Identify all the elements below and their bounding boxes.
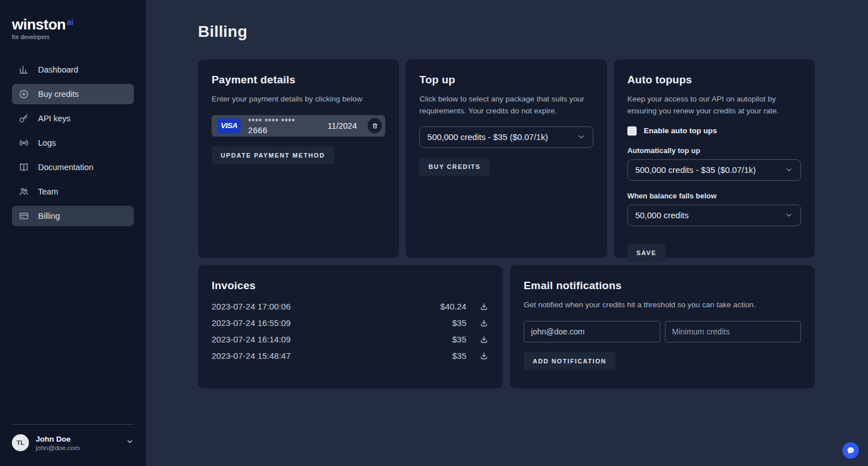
minimum-credits-input[interactable] [665, 321, 802, 342]
brand-tagline: for developers [12, 33, 146, 40]
sidebar-item-buy-credits[interactable]: Buy credits [12, 84, 134, 104]
balance-threshold-value: 50,000 credits [635, 210, 785, 220]
auto-topup-amount-value: 500,000 credits - $35 ($0.07/1k) [635, 165, 785, 175]
email-notifications-title: Email notifications [524, 279, 801, 292]
top-up-card: Top up Click below to select any package… [406, 60, 606, 258]
invoice-row: 2023-07-24 15:48:47 $35 [212, 350, 489, 361]
invoice-row: 2023-07-24 17:00:06 $40.24 [212, 301, 489, 312]
sidebar-item-team[interactable]: Team [12, 181, 134, 202]
package-select-value: 500,000 credits - $35 ($0.07/1k) [427, 132, 576, 142]
email-notifications-description: Get notified when your credits hit a thr… [524, 299, 801, 311]
sidebar-item-label: Dashboard [38, 65, 78, 74]
sidebar-item-label: Buy credits [38, 90, 79, 99]
sidebar-item-label: API keys [38, 114, 70, 123]
invoice-date: 2023-07-24 15:48:47 [212, 351, 432, 361]
user-email: john@doe.com [36, 444, 119, 451]
download-invoice-button[interactable] [479, 334, 489, 345]
download-icon [479, 319, 488, 328]
notification-email-input[interactable] [524, 321, 660, 342]
sidebar: winston ai for developers Dashboard Buy … [0, 0, 146, 466]
page-title: Billing [198, 23, 815, 41]
user-profile-menu[interactable]: TL John Doe john@doe.com [0, 425, 146, 466]
broadcast-icon [18, 137, 30, 149]
sidebar-item-api-keys[interactable]: API keys [12, 108, 134, 129]
sidebar-item-billing[interactable]: Billing [12, 206, 134, 226]
save-button[interactable]: SAVE [627, 244, 666, 262]
top-up-description: Click below to select any package that s… [419, 94, 593, 117]
book-icon [18, 162, 30, 173]
auto-topups-description: Keep your access to our API on autopilot… [627, 94, 801, 117]
credit-card-icon [18, 210, 30, 222]
sidebar-item-label: Billing [38, 211, 60, 221]
payment-details-description: Enter your payment details by clicking b… [212, 94, 385, 105]
payment-details-card: Payment details Enter your payment detai… [198, 60, 399, 258]
card-masked-number: **** **** **** 2666 [248, 117, 313, 135]
update-payment-method-button[interactable]: UPDATE PAYMENT METHOD [212, 146, 334, 164]
balance-threshold-label: When balance falls below [627, 192, 801, 200]
chevron-down-icon [785, 211, 793, 219]
sidebar-item-label: Team [38, 187, 58, 196]
chevron-down-icon [785, 166, 793, 174]
sidebar-item-documentation[interactable]: Documentation [12, 157, 134, 177]
sidebar-item-label: Logs [38, 138, 56, 147]
enable-auto-topups-label: Enable auto top ups [644, 126, 717, 135]
trash-icon [372, 122, 378, 129]
auto-topup-amount-select[interactable]: 500,000 credits - $35 ($0.07/1k) [627, 159, 801, 181]
invoice-date: 2023-07-24 16:14:09 [212, 334, 432, 344]
brand-name: winston [12, 17, 66, 32]
delete-card-button[interactable] [368, 118, 382, 133]
invoice-date: 2023-07-24 17:00:06 [212, 302, 432, 311]
brand-logo: winston ai for developers [0, 0, 146, 40]
email-notifications-card: Email notifications Get notified when yo… [510, 265, 815, 388]
chat-bubble-icon [846, 446, 855, 455]
sidebar-item-label: Documentation [38, 163, 94, 172]
invoice-amount: $35 [432, 334, 466, 344]
avatar: TL [12, 434, 29, 451]
visa-logo: VISA [217, 118, 241, 133]
auto-topups-title: Auto topups [627, 74, 801, 86]
sidebar-item-dashboard[interactable]: Dashboard [12, 60, 134, 80]
payment-details-title: Payment details [212, 74, 385, 86]
invoice-amount: $35 [432, 318, 466, 328]
download-icon [479, 335, 488, 344]
balance-threshold-select[interactable]: 50,000 credits [627, 205, 801, 226]
chevron-down-icon [577, 133, 585, 141]
key-icon [18, 113, 30, 124]
top-up-title: Top up [419, 74, 593, 86]
invoices-card: Invoices 2023-07-24 17:00:06 $40.24 2023… [198, 265, 503, 388]
user-name: John Doe [36, 435, 119, 443]
download-invoice-button[interactable] [479, 302, 489, 312]
download-invoice-button[interactable] [479, 318, 489, 328]
sidebar-nav: Dashboard Buy credits API keys Logs Docu… [0, 60, 146, 226]
invoice-list: 2023-07-24 17:00:06 $40.24 2023-07-24 16… [212, 301, 489, 361]
auto-topup-amount-label: Automatically top up [627, 146, 801, 155]
invoice-amount: $40.24 [432, 302, 466, 311]
invoices-title: Invoices [212, 279, 489, 292]
invoice-row: 2023-07-24 16:14:09 $35 [212, 334, 489, 345]
download-icon [479, 351, 488, 361]
enable-auto-topups-row: Enable auto top ups [627, 126, 801, 135]
card-expiry: 11/2024 [328, 121, 357, 130]
download-icon [479, 302, 488, 311]
brand-suffix: ai [67, 18, 74, 26]
chat-widget-button[interactable] [842, 442, 859, 459]
download-invoice-button[interactable] [479, 351, 489, 361]
buy-credits-button[interactable]: BUY CREDITS [419, 158, 490, 176]
invoice-date: 2023-07-24 16:55:09 [212, 318, 432, 328]
bar-chart-icon [18, 64, 30, 75]
main-content: Billing Payment details Enter your payme… [146, 0, 868, 466]
enable-auto-topups-checkbox[interactable] [627, 126, 637, 135]
invoice-amount: $35 [432, 351, 466, 361]
users-icon [18, 186, 30, 197]
invoice-row: 2023-07-24 16:55:09 $35 [212, 317, 489, 328]
auto-topups-card: Auto topups Keep your access to our API … [614, 60, 815, 258]
saved-card-row: VISA **** **** **** 2666 11/2024 [212, 115, 385, 137]
chevron-down-icon [126, 438, 134, 448]
package-select[interactable]: 500,000 credits - $35 ($0.07/1k) [419, 126, 593, 148]
sidebar-item-logs[interactable]: Logs [12, 133, 134, 153]
add-notification-button[interactable]: ADD NOTIFICATION [524, 352, 616, 370]
plus-circle-icon [18, 88, 30, 100]
